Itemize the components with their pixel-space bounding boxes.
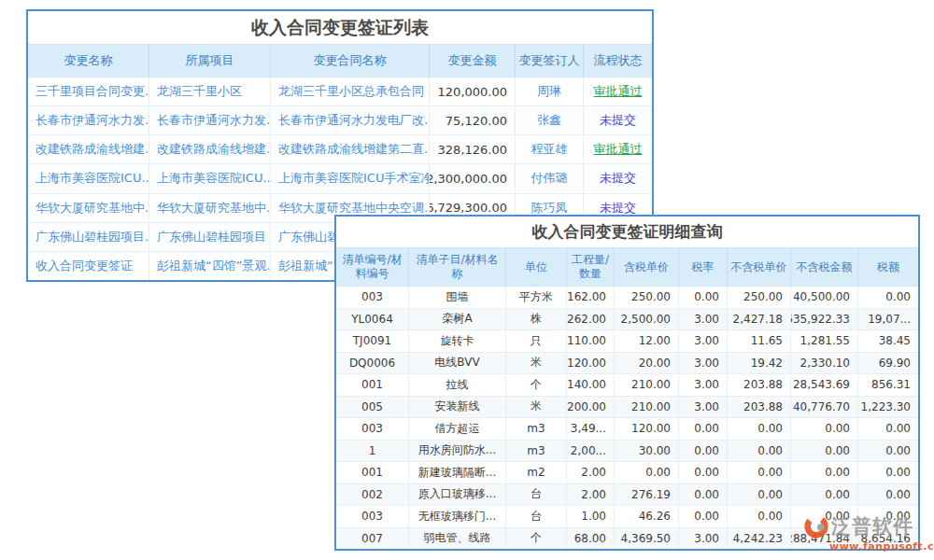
cell: 3.00 bbox=[679, 397, 728, 418]
table-row[interactable]: 改建铁路成渝线增建...改建铁路成渝线增建...改建铁路成渝线增建第二直...3… bbox=[28, 135, 652, 164]
cell-link[interactable]: 上海市美容医院ICU... bbox=[149, 164, 271, 192]
table-row[interactable]: 003围墙平方米162.00250.000.00250.0040,500.000… bbox=[336, 287, 918, 309]
cell: 19,07... bbox=[858, 309, 918, 330]
cell-link[interactable]: 收入合同变更签证 bbox=[28, 252, 149, 280]
cell: 电线BVV bbox=[409, 353, 506, 374]
cell: 19.42 bbox=[728, 353, 791, 374]
cell-link[interactable]: 改建铁路成渝线增建第二直... bbox=[271, 135, 430, 163]
cell-link[interactable]: 龙湖三千里小区总承包合同 bbox=[271, 77, 430, 105]
cell: YL0064 bbox=[336, 309, 409, 330]
cell-link[interactable]: 长春市伊通河水力发电厂改... bbox=[271, 106, 430, 134]
cell: 250.00 bbox=[615, 287, 679, 308]
detail-table-header-row: 清单编号/材料编号清单子目/材料名称单位工程量/数量含税单价税率不含税单价不含税… bbox=[336, 247, 918, 287]
cell: 38.45 bbox=[858, 330, 918, 352]
cell: 1.00 bbox=[567, 506, 615, 527]
cell: 2.00 bbox=[567, 484, 615, 506]
cell: 0.00 bbox=[858, 462, 918, 483]
cell: 0.00 bbox=[615, 462, 679, 483]
table-row[interactable]: 002原入口玻璃移...台2.00276.190.000.000.000.00 bbox=[336, 484, 918, 507]
cell: 无框玻璃移门... bbox=[409, 506, 506, 527]
cell: m2 bbox=[506, 462, 567, 483]
cell: 0.00 bbox=[679, 418, 728, 440]
column-header: 变更金额 bbox=[430, 45, 516, 77]
cell: 203.88 bbox=[728, 374, 791, 396]
cell: 0.00 bbox=[791, 418, 858, 440]
cell-link[interactable]: 上海市美容医院ICU... bbox=[28, 164, 149, 192]
cell: TJ0091 bbox=[336, 330, 409, 352]
cell: 12.00 bbox=[615, 330, 679, 352]
cell-link[interactable]: 长春市伊通河水力发... bbox=[149, 106, 271, 134]
table-row[interactable]: DQ0006电线BVV米120.0020.003.0019.422,330.10… bbox=[336, 353, 918, 375]
cell: m3 bbox=[506, 418, 567, 440]
fanpu-logo-icon bbox=[803, 513, 829, 539]
cell: 0.00 bbox=[858, 287, 918, 308]
cell: 0.00 bbox=[791, 441, 858, 462]
cell: 个 bbox=[506, 374, 567, 396]
cell-link[interactable]: 上海市美容医院ICU手术室净... bbox=[271, 164, 430, 192]
cell-link[interactable]: 广东佛山碧桂园项目 bbox=[149, 223, 271, 251]
column-header: 清单子目/材料名称 bbox=[409, 248, 506, 286]
cell: 2.00 bbox=[567, 462, 615, 483]
table-row[interactable]: 三千里项目合同变更...龙湖三千里小区龙湖三千里小区总承包合同120,000.0… bbox=[28, 77, 652, 106]
cell: 0.00 bbox=[791, 484, 858, 506]
cell: 4,369.50 bbox=[615, 528, 679, 550]
column-header: 变更合同名称 bbox=[271, 45, 430, 77]
list-window-title: 收入合同变更签证列表 bbox=[28, 11, 652, 44]
table-row[interactable]: TJ0091旋转卡只110.0012.003.0011.651,281.5538… bbox=[336, 330, 918, 353]
cell: 250.00 bbox=[728, 287, 791, 308]
cell-link[interactable]: 三千里项目合同变更... bbox=[28, 77, 149, 105]
cell: 0.00 bbox=[858, 441, 918, 462]
cell: 2,427.18 bbox=[728, 309, 791, 330]
cell: 台 bbox=[506, 506, 567, 527]
cell: 0.00 bbox=[728, 506, 791, 527]
cell: 0.00 bbox=[679, 441, 728, 462]
cell: 审批通过 bbox=[584, 135, 652, 163]
cell-link[interactable]: 改建铁路成渝线增建... bbox=[149, 135, 271, 163]
cell: 001 bbox=[336, 374, 409, 396]
cell-link[interactable]: 付伟璐 bbox=[516, 164, 584, 192]
cell: 弱电管、线路 bbox=[409, 528, 506, 550]
cell: 120,000.00 bbox=[430, 77, 516, 105]
table-row[interactable]: 长春市伊通河水力发...长春市伊通河水力发...长春市伊通河水力发电厂改...7… bbox=[28, 106, 652, 135]
table-row[interactable]: 001拉线个140.00210.003.00203.8828,543.69856… bbox=[336, 374, 918, 397]
list-table-header-row: 变更名称所属项目变更合同名称变更金额变更签订人流程状态 bbox=[28, 44, 652, 77]
cell: 003 bbox=[336, 506, 409, 527]
cell: 围墙 bbox=[409, 287, 506, 308]
cell: 203.88 bbox=[728, 397, 791, 418]
cell-link[interactable]: 周琳 bbox=[516, 77, 584, 105]
cell: 0.00 bbox=[728, 441, 791, 462]
cell: 只 bbox=[506, 330, 567, 352]
table-row[interactable]: 1用水房间防水...m32,00...30.000.000.000.000.00 bbox=[336, 441, 918, 463]
cell-link[interactable]: 彭祖新城“四馆”景观... bbox=[149, 252, 271, 280]
cell-link[interactable]: 华软大厦研究基地中... bbox=[28, 194, 149, 222]
table-row[interactable]: 003借方超运m33,49...120.000.000.000.000.00 bbox=[336, 418, 918, 441]
cell-link[interactable]: 程亚雄 bbox=[516, 135, 584, 163]
cell: 002 bbox=[336, 484, 409, 506]
cell: 210.00 bbox=[615, 397, 679, 418]
cell: 28,543.69 bbox=[791, 374, 858, 396]
cell-link[interactable]: 张鑫 bbox=[516, 106, 584, 134]
cell: 162.00 bbox=[567, 287, 615, 308]
column-header: 工程量/数量 bbox=[567, 248, 615, 286]
table-row[interactable]: 上海市美容医院ICU...上海市美容医院ICU...上海市美容医院ICU手术室净… bbox=[28, 164, 652, 193]
cell-link[interactable]: 改建铁路成渝线增建... bbox=[28, 135, 149, 163]
cell: 0.00 bbox=[679, 484, 728, 506]
cell: 未提交 bbox=[584, 164, 652, 192]
cell: 拉线 bbox=[409, 374, 506, 396]
cell: 米 bbox=[506, 353, 567, 374]
detail-window-title: 收入合同变更签证明细查询 bbox=[336, 217, 918, 247]
cell: 856.31 bbox=[858, 374, 918, 396]
column-header: 不含税金额 bbox=[791, 248, 858, 286]
table-row[interactable]: 001新建玻璃隔断...m22.000.000.000.000.000.00 bbox=[336, 462, 918, 484]
cell: 262.00 bbox=[567, 309, 615, 330]
cell-link[interactable]: 龙湖三千里小区 bbox=[149, 77, 271, 105]
cell-link[interactable]: 广东佛山碧桂园项目... bbox=[28, 223, 149, 251]
cell: 68.00 bbox=[567, 528, 615, 550]
cell: 635,922.33 bbox=[791, 309, 858, 330]
table-row[interactable]: YL0064栾树A株262.002,500.003.002,427.18635,… bbox=[336, 309, 918, 331]
cell-link[interactable]: 华软大厦研究基地中... bbox=[149, 194, 271, 222]
cell: 0.00 bbox=[791, 462, 858, 483]
cell-link[interactable]: 长春市伊通河水力发... bbox=[28, 106, 149, 134]
cell: 0.00 bbox=[728, 484, 791, 506]
table-row[interactable]: 005安装新线米200.00210.003.00203.8840,776.701… bbox=[336, 397, 918, 419]
